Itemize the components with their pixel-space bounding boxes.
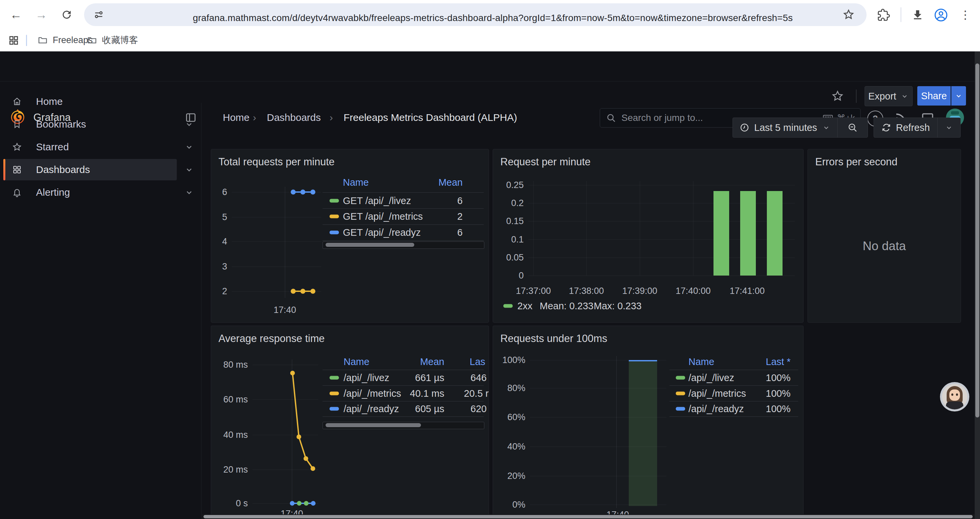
sidebar-item-label: Alerting	[36, 187, 70, 198]
y-tick: 0.25	[506, 180, 524, 190]
sidebar-item-bookmarks[interactable]: Bookmarks	[3, 113, 177, 135]
panel-request-per-minute[interactable]: Request per minute 0.25 0.2 0.15 0.1 0.0…	[493, 149, 803, 323]
download-icon[interactable]	[911, 9, 924, 21]
table-header-mean[interactable]: Mean	[420, 356, 444, 367]
panel-total-requests[interactable]: Total requests per minute 6 5 4 3 2 17:4…	[211, 149, 489, 323]
bar-2xx[interactable]	[767, 191, 783, 276]
chevron-down-icon	[945, 123, 953, 132]
floating-assistant-avatar[interactable]	[940, 382, 969, 412]
table-header-name[interactable]: Name	[343, 177, 369, 188]
series-chip[interactable]	[676, 407, 685, 411]
legend-chip[interactable]	[503, 304, 513, 308]
chevron-down-icon[interactable]	[184, 187, 194, 197]
chevron-down-icon	[900, 92, 909, 101]
breadcrumb-home[interactable]: Home	[223, 112, 250, 123]
bar-2xx[interactable]	[713, 191, 729, 276]
refresh-button[interactable]: Refresh	[874, 118, 937, 137]
x-tick: 17:40	[274, 305, 296, 315]
series-chip[interactable]	[329, 199, 339, 203]
breadcrumb-dashboards[interactable]: Dashboards	[267, 112, 321, 123]
y-tick: 0%	[512, 500, 525, 510]
table-scrollbar[interactable]	[323, 241, 484, 249]
series-chip[interactable]	[329, 392, 339, 395]
series-chip[interactable]	[676, 392, 685, 395]
legend-series-name[interactable]: 2xx	[517, 300, 532, 311]
refresh-icon	[881, 123, 891, 133]
series-chip[interactable]	[329, 376, 339, 380]
reload-icon[interactable]	[59, 7, 74, 22]
extensions-icon[interactable]	[877, 9, 890, 21]
panel-title: Errors per second	[815, 156, 897, 168]
share-menu-button[interactable]	[951, 86, 966, 105]
x-tick: 17:39:00	[622, 286, 657, 296]
table-header-name[interactable]: Name	[344, 356, 369, 367]
share-button[interactable]: Share	[917, 86, 951, 105]
vertical-scrollbar-thumb[interactable]	[975, 64, 979, 417]
series-chip[interactable]	[329, 215, 339, 219]
table-row[interactable]: /api/_/livez	[689, 372, 734, 383]
x-tick: 17:37:00	[516, 286, 551, 296]
table-header-name[interactable]: Name	[689, 356, 714, 367]
series-chip[interactable]	[676, 376, 685, 380]
horizontal-scrollbar-thumb[interactable]	[204, 515, 973, 518]
chevron-down-icon[interactable]	[184, 142, 194, 152]
favorite-star-icon[interactable]	[831, 90, 844, 102]
tune-icon[interactable]	[94, 10, 104, 20]
bell-icon	[12, 187, 22, 197]
zoom-out-button[interactable]	[838, 118, 868, 137]
y-tick: 2	[222, 286, 227, 297]
browser-menu-icon[interactable]: ⋮	[958, 7, 973, 22]
url-text: grafana.mathmast.com/d/deytv4rwavabkb/fr…	[193, 13, 793, 23]
bookmark-folder-blogs[interactable]: 收藏博客	[83, 32, 142, 48]
bookmark-star-icon[interactable]	[843, 9, 854, 21]
table-row[interactable]: /api/_/metrics	[344, 388, 401, 399]
back-icon[interactable]: ←	[9, 7, 23, 22]
y-tick: 0.15	[506, 216, 524, 227]
y-tick: 80%	[508, 383, 525, 393]
table-row[interactable]: /api/_/livez	[344, 372, 389, 383]
table-cell-last: 646	[471, 372, 487, 383]
series-chip[interactable]	[329, 407, 339, 411]
no-data-message: No data	[862, 239, 906, 253]
sidebar-item-home[interactable]: Home	[3, 91, 177, 112]
sidebar-item-alerting[interactable]: Alerting	[3, 182, 177, 203]
table-row[interactable]: /api/_/readyz	[689, 404, 744, 414]
panel-avg-response-time[interactable]: Average response time 80 ms 60 ms 40 ms …	[211, 326, 489, 519]
table-cell-mean: 40.1 ms	[410, 388, 444, 399]
table-row[interactable]: /api/_/readyz	[344, 404, 399, 414]
y-tick: 5	[222, 212, 227, 222]
table-header-last[interactable]: Last *	[766, 356, 791, 367]
table-header-last[interactable]: Las	[470, 356, 485, 367]
chevron-down-icon[interactable]	[184, 164, 194, 175]
bar-2xx[interactable]	[740, 191, 756, 276]
sidebar-item-dashboards[interactable]: Dashboards	[3, 159, 177, 180]
table-row[interactable]: GET /api/_/readyz	[343, 227, 421, 238]
profile-icon[interactable]	[934, 8, 948, 22]
table-row[interactable]: GET /api/_/metrics	[343, 211, 423, 222]
chevron-down-icon	[822, 123, 830, 132]
table-row[interactable]: GET /api/_/livez	[343, 195, 411, 206]
url-bar[interactable]: grafana.mathmast.com/d/deytv4rwavabkb/fr…	[84, 3, 867, 26]
browser-toolbar: ← → grafana.mathmast.com/d/deytv4rwavabk…	[0, 0, 980, 29]
panel-requests-under-100ms[interactable]: Requests under 100ms 100% 80% 60% 40% 20…	[493, 326, 803, 519]
table-header-mean[interactable]: Mean	[438, 177, 463, 188]
time-range-picker[interactable]: Last 5 minutes	[733, 118, 837, 137]
series-chip[interactable]	[329, 231, 339, 235]
table-row[interactable]: /api/_/metrics	[689, 388, 746, 399]
panel-errors-per-second[interactable]: Errors per second No data	[808, 149, 961, 323]
refresh-interval-button[interactable]	[938, 118, 960, 137]
bookmarks-bar: Freeleaps 收藏博客	[0, 29, 980, 51]
assistant-avatar-image	[942, 384, 967, 409]
apps-grid-icon[interactable]	[8, 35, 19, 46]
table-scrollbar[interactable]	[323, 422, 484, 429]
y-tick: 40%	[508, 442, 525, 452]
clock-icon	[740, 123, 749, 133]
chevron-down-icon[interactable]	[184, 119, 194, 129]
forward-icon[interactable]: →	[34, 7, 49, 22]
actions-divider	[856, 89, 857, 103]
sidebar-item-starred[interactable]: Starred	[3, 136, 177, 158]
time-range-group: Last 5 minutes	[732, 118, 868, 137]
zoom-out-icon	[847, 122, 858, 133]
export-button[interactable]: Export	[865, 86, 913, 106]
area-100pct[interactable]	[629, 360, 657, 506]
